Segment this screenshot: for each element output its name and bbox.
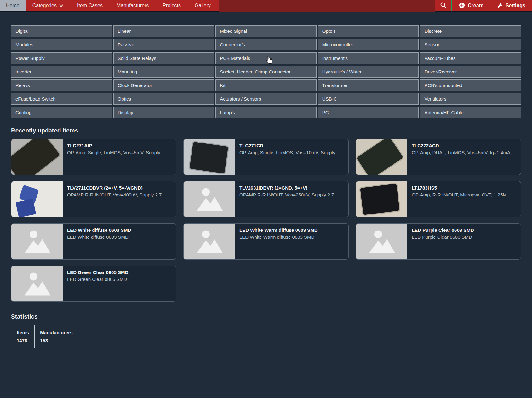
item-title: LT1783HS5 bbox=[412, 185, 516, 190]
nav-item-cases-label: Item Cases bbox=[77, 3, 103, 9]
category-tile-mounting[interactable]: Mounting bbox=[113, 66, 215, 78]
item-card-tlc272acd[interactable]: TLC272ACD OP-Amp, DUAL, LinMOS, Vos=5mV,… bbox=[356, 139, 521, 175]
item-card-led-purple-0603[interactable]: LED Purple Clear 0603 SMD LED Purple Cle… bbox=[356, 223, 521, 260]
item-title: TLV2711CDBVR (2=+V, 5=-V/GND) bbox=[67, 185, 172, 190]
category-tile-linear[interactable]: Linear bbox=[113, 25, 215, 37]
category-tile-display[interactable]: Display bbox=[113, 107, 215, 118]
category-tile-actuators-sensors[interactable]: Actuators / Sensors bbox=[215, 93, 317, 105]
item-card-led-green-0805[interactable]: LED Green Clear 0805 SMD LED Green Clear… bbox=[11, 266, 176, 302]
category-tile-relays[interactable]: Relays bbox=[11, 79, 112, 91]
category-tile-efuse-load-switch[interactable]: eFuse/Load Switch bbox=[11, 93, 112, 105]
main-content: Digital Linear Mixed Signal Opto's Discr… bbox=[0, 25, 532, 348]
nav-item-home[interactable]: Home bbox=[0, 0, 26, 11]
nav-manufacturers-label: Manufacturers bbox=[117, 3, 149, 9]
category-tile-lamps[interactable]: Lamp's bbox=[215, 107, 317, 118]
category-tile-pc[interactable]: PC bbox=[318, 107, 419, 118]
item-card-body: TLV2631IDBVR (2=GND, 5=+V) OPAMP R-R IN/… bbox=[235, 181, 348, 217]
category-tile-optos[interactable]: Opto's bbox=[318, 25, 419, 37]
item-description: LED White Warm diffuse 0603 SMD bbox=[239, 234, 344, 240]
category-tile-connectors[interactable]: Connector's bbox=[215, 39, 317, 50]
category-tile-transformer[interactable]: Transformer bbox=[318, 79, 419, 91]
category-tile-cooling[interactable]: Cooling bbox=[11, 107, 112, 118]
wrench-icon bbox=[497, 2, 503, 9]
search-button[interactable] bbox=[435, 0, 451, 11]
nav-item-manufacturers[interactable]: Manufacturers bbox=[110, 0, 156, 11]
category-tile-inverter[interactable]: Inverter bbox=[11, 66, 112, 78]
image-placeholder-icon bbox=[194, 184, 225, 214]
category-tile-sensor[interactable]: Sensor bbox=[420, 39, 521, 50]
category-tile-driver-receiver[interactable]: Driver/Receiver bbox=[420, 66, 521, 78]
category-tile-power-supply[interactable]: Power Supply bbox=[11, 52, 112, 64]
category-tile-vaccum-tubes[interactable]: Vaccum-Tubes bbox=[420, 52, 521, 64]
item-description: OP-Amp, DUAL, LinMOS, Vos=5mV, Iq=1.4mA, bbox=[412, 150, 516, 155]
item-photo bbox=[184, 181, 235, 217]
home-page: Home Categories Item Cases Manufacturers… bbox=[0, 0, 532, 398]
stats-manufacturers-label: Manufacturers bbox=[35, 325, 78, 336]
category-tile-socket-header-crimp[interactable]: Socket, Header, Crimp Connector bbox=[215, 66, 317, 78]
category-tile-instruments[interactable]: Instrument's bbox=[318, 52, 419, 64]
stats-manufacturers-value: 153 bbox=[35, 335, 78, 348]
item-card-body: TLC271AIP OP-Amp, Single, LinMOS, Vos=5m… bbox=[63, 139, 176, 175]
nav-projects-label: Projects bbox=[163, 3, 181, 9]
recent-items-grid: TLC271AIP OP-Amp, Single, LinMOS, Vos=5m… bbox=[11, 139, 521, 302]
stats-items-value: 1478 bbox=[11, 335, 35, 348]
create-label: Create bbox=[468, 3, 483, 9]
category-tile-usb-c[interactable]: USB-C bbox=[318, 93, 419, 105]
category-grid: Digital Linear Mixed Signal Opto's Discr… bbox=[11, 25, 521, 118]
search-icon bbox=[440, 2, 447, 10]
item-card-tlv2711cdbvr[interactable]: TLV2711CDBVR (2=+V, 5=-V/GND) OPAMP R-R … bbox=[11, 181, 176, 217]
statistics-heading: Statistics bbox=[11, 313, 521, 320]
item-card-lt1783hs5[interactable]: LT1783HS5 OP-Amp, R-R IN/OUT, Micropwr, … bbox=[356, 181, 521, 217]
category-tile-modules[interactable]: Modules bbox=[11, 39, 112, 50]
nav-gallery-label: Gallery bbox=[195, 3, 211, 9]
item-card-body: TLC272ACD OP-Amp, DUAL, LinMOS, Vos=5mV,… bbox=[407, 139, 521, 175]
item-card-body: LED White Warm diffuse 0603 SMD LED Whit… bbox=[235, 224, 348, 259]
category-tile-antenna-hf-cable[interactable]: Antenna/HF-Cable bbox=[420, 107, 521, 118]
category-tile-pcbs-unmounted[interactable]: PCB's unmounted bbox=[420, 79, 521, 91]
create-button[interactable]: Create bbox=[452, 0, 490, 11]
top-navbar: Home Categories Item Cases Manufacturers… bbox=[0, 0, 532, 12]
category-tile-optics[interactable]: Optics bbox=[113, 93, 215, 105]
nav-item-projects[interactable]: Projects bbox=[156, 0, 188, 11]
item-description: OP-Amp, Single, LinMOS, Vos=10mV, Supply… bbox=[239, 150, 344, 155]
nav-item-categories[interactable]: Categories bbox=[26, 0, 70, 11]
nav-item-gallery[interactable]: Gallery bbox=[188, 0, 218, 11]
chevron-down-icon bbox=[59, 3, 63, 8]
item-photo bbox=[356, 139, 407, 175]
category-tile-discrete[interactable]: Discrete bbox=[420, 25, 521, 37]
item-card-body: LED White diffuse 0603 SMD LED White dif… bbox=[63, 224, 176, 259]
category-tile-ventilators[interactable]: Ventilators bbox=[420, 93, 521, 105]
item-title: TLC271AIP bbox=[67, 143, 172, 148]
item-card-body: LT1783HS5 OP-Amp, R-R IN/OUT, Micropwr, … bbox=[407, 181, 521, 217]
item-description: OPAMP R-R IN/OUT, Vos=250uV, Supply 2.7.… bbox=[239, 192, 344, 197]
item-photo bbox=[11, 139, 63, 175]
category-tile-digital[interactable]: Digital bbox=[11, 25, 112, 37]
item-title: LED Green Clear 0805 SMD bbox=[67, 270, 172, 275]
item-title: TLC272ACD bbox=[412, 143, 516, 148]
category-tile-clock-generator[interactable]: Clock Generator bbox=[113, 79, 215, 91]
item-title: TLC271CD bbox=[239, 143, 344, 148]
category-tile-passive[interactable]: Passive bbox=[113, 39, 215, 50]
item-card-tlv2631idbvr[interactable]: TLV2631IDBVR (2=GND, 5=+V) OPAMP R-R IN/… bbox=[183, 181, 349, 217]
item-description: LED Green Clear 0805 SMD bbox=[67, 277, 172, 282]
item-card-led-white-0603[interactable]: LED White diffuse 0603 SMD LED White dif… bbox=[11, 223, 176, 260]
item-title: LED Purple Clear 0603 SMD bbox=[412, 227, 516, 233]
statistics-table: Items Manufacturers 1478 153 bbox=[11, 325, 78, 348]
category-tile-solid-state-relays[interactable]: Solid State Relays bbox=[113, 52, 215, 64]
image-placeholder-icon bbox=[367, 226, 397, 257]
category-tile-microcontroller[interactable]: Microcontroller bbox=[318, 39, 419, 50]
settings-button[interactable]: Settings bbox=[490, 0, 532, 11]
item-description: LED Purple Clear 0603 SMD bbox=[412, 234, 516, 240]
category-tile-pcb-materials[interactable]: PCB Materials bbox=[215, 52, 317, 64]
search-input[interactable] bbox=[219, 0, 435, 12]
item-card-led-white-warm-0603[interactable]: LED White Warm diffuse 0603 SMD LED Whit… bbox=[183, 223, 349, 260]
category-tile-kit[interactable]: Kit bbox=[215, 79, 317, 91]
item-card-tlc271cd[interactable]: TLC271CD OP-Amp, Single, LinMOS, Vos=10m… bbox=[183, 139, 349, 175]
item-photo bbox=[11, 224, 63, 259]
item-card-body: TLC271CD OP-Amp, Single, LinMOS, Vos=10m… bbox=[235, 139, 348, 175]
item-card-body: LED Purple Clear 0603 SMD LED Purple Cle… bbox=[407, 224, 521, 259]
nav-item-item-cases[interactable]: Item Cases bbox=[70, 0, 110, 11]
category-tile-hydraulics-water[interactable]: Hydraulic's / Water bbox=[318, 66, 419, 78]
item-card-tlc271aip[interactable]: TLC271AIP OP-Amp, Single, LinMOS, Vos=5m… bbox=[11, 139, 176, 175]
category-tile-mixed-signal[interactable]: Mixed Signal bbox=[215, 25, 317, 37]
